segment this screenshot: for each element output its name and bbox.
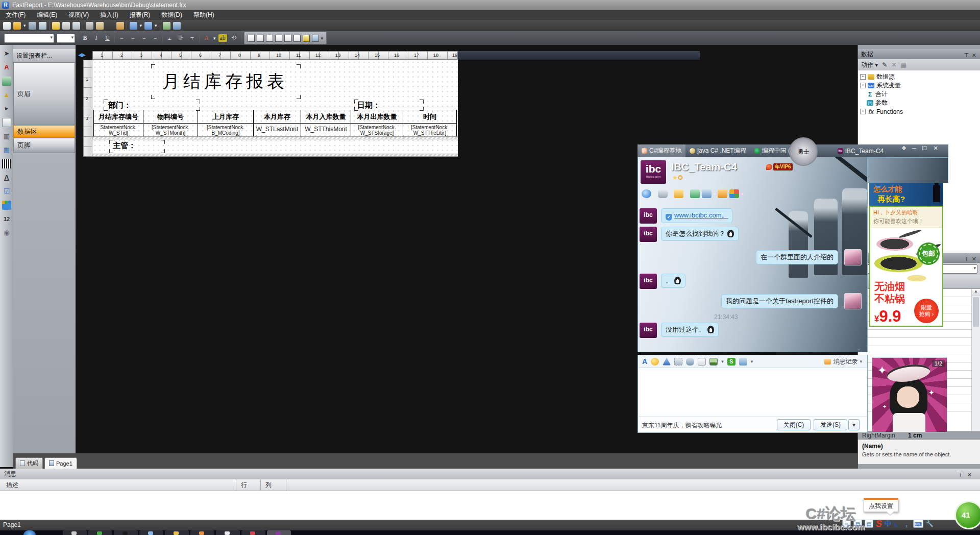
maximize-icon[interactable]: ☐: [920, 145, 929, 152]
format-painter-icon[interactable]: [116, 22, 124, 30]
create-session-icon[interactable]: [690, 189, 700, 198]
report-title-object[interactable]: 月结库存报表: [152, 65, 298, 98]
delete-page-icon[interactable]: [72, 22, 80, 30]
scroll-thumb[interactable]: [973, 297, 979, 327]
redo-dropdown-icon[interactable]: ▾: [155, 23, 157, 28]
magic-icon[interactable]: [663, 358, 671, 366]
ruler-pager-icon[interactable]: ◀▶: [78, 52, 85, 58]
video-dropdown-icon[interactable]: ▾: [653, 191, 656, 197]
band-data[interactable]: 数据区: [13, 125, 75, 138]
cellular-text-object-icon[interactable]: 12: [2, 214, 11, 224]
close-icon[interactable]: ✕: [931, 145, 940, 152]
italic-icon[interactable]: I: [92, 34, 101, 42]
barcode-object-icon[interactable]: [2, 159, 11, 168]
data-field-cell[interactable]: W_STLastMont: [253, 123, 301, 137]
redo-icon[interactable]: [144, 22, 152, 30]
align-center-icon[interactable]: ≡: [129, 34, 137, 42]
photo-pager[interactable]: 1/2: [932, 360, 945, 367]
tree-item-parameters[interactable]: [?] 参数: [858, 99, 980, 107]
flash-sale-badge[interactable]: 限量抢购 ›: [914, 299, 939, 323]
sousou-icon[interactable]: S: [727, 358, 736, 366]
member-photo[interactable]: ✦ ✦ ✦ 1/2: [872, 357, 947, 432]
voice-call-icon[interactable]: [658, 189, 668, 198]
tree-item-system-variables[interactable]: + var 系统变量: [858, 81, 980, 90]
border-left-icon[interactable]: [284, 35, 291, 42]
copy-icon[interactable]: [96, 22, 104, 30]
column-description[interactable]: 描述: [6, 481, 18, 490]
taskbar-app[interactable]: [190, 530, 214, 535]
apps-dropdown-icon[interactable]: ▾: [741, 191, 744, 197]
file-transfer-icon[interactable]: [674, 189, 683, 198]
checkbox-object-icon[interactable]: ☑: [2, 187, 11, 196]
pin-icon[interactable]: ⊤: [964, 254, 969, 264]
report-page[interactable]: 月结库存报表 部门： 日期： 月结库存编号 物料编号 上月库存 本月库存 本月入…: [92, 60, 458, 157]
toolbox-wrench-icon[interactable]: 🔧: [926, 520, 934, 527]
scroll-up-icon[interactable]: ▲: [972, 289, 980, 296]
tree-item-datasource[interactable]: + 数据源: [858, 72, 980, 81]
sogou-icon[interactable]: S: [876, 519, 882, 529]
picture-object-icon[interactable]: [2, 77, 11, 86]
ime-news-badge[interactable]: 41: [954, 501, 980, 529]
menu-data[interactable]: 数据(D): [156, 10, 188, 20]
column-header[interactable]: 月结库存编号: [93, 110, 143, 124]
font-icon[interactable]: A: [642, 357, 647, 366]
data-field-cell[interactable]: W_STThisMont: [301, 123, 351, 137]
group-name[interactable]: IBC_Team-C4: [671, 161, 737, 173]
ad-panel[interactable]: 怎么才能 再长高? HI，卜夕乂的哈呀 你可能喜欢这个哦！ 包邮 无: [869, 183, 943, 327]
department-label-object[interactable]: 部门：: [108, 101, 131, 110]
chat-message-list[interactable]: ibc ✔www.ibcibc.com。 ibc 你是怎么找到我的？ 在一个群里…: [638, 203, 868, 352]
group-logo[interactable]: ibc ibcibc.com: [641, 160, 666, 184]
expander-icon[interactable]: +: [860, 74, 866, 80]
screen-dropdown-icon[interactable]: ▾: [751, 359, 753, 364]
column-header[interactable]: 本月入库数量: [301, 110, 351, 124]
close-icon[interactable]: ✕: [972, 254, 976, 264]
border-right-icon[interactable]: [293, 35, 301, 42]
expander-icon[interactable]: +: [860, 83, 866, 88]
font-name-combo[interactable]: [4, 34, 54, 43]
taskbar-app[interactable]: [88, 530, 112, 535]
taskbar-app[interactable]: [114, 530, 138, 535]
highlight-icon[interactable]: ab: [218, 34, 227, 42]
text-color-icon[interactable]: A: [202, 34, 211, 42]
shape-object-icon[interactable]: ▲: [2, 90, 11, 100]
save-icon[interactable]: [29, 22, 36, 30]
align-justify-icon[interactable]: ≡: [151, 34, 160, 42]
start-button[interactable]: [23, 530, 36, 535]
taskbar-app[interactable]: [139, 530, 163, 535]
undo-icon[interactable]: [130, 22, 137, 30]
taskbar-app-active[interactable]: [267, 530, 291, 535]
image-dropdown-icon[interactable]: ▾: [721, 359, 724, 364]
audio-icon[interactable]: [686, 358, 694, 366]
subreport-object-icon[interactable]: [2, 118, 11, 127]
close-icon[interactable]: ✕: [972, 50, 976, 60]
remote-desktop-icon[interactable]: [702, 189, 712, 198]
undo-dropdown-icon[interactable]: ▾: [140, 23, 142, 28]
cut-icon[interactable]: [86, 22, 93, 30]
taskbar-app[interactable]: [165, 530, 189, 535]
menu-insert[interactable]: 插入(I): [94, 10, 124, 20]
data-field-cell[interactable]: [StatementNock.W_STStorage]: [351, 123, 403, 137]
fill-color-icon[interactable]: [303, 35, 310, 42]
expander-icon[interactable]: +: [860, 109, 866, 114]
minimize-icon[interactable]: ─: [910, 145, 919, 151]
pin-icon[interactable]: ⊤: [964, 50, 969, 60]
align-left-icon[interactable]: ≡: [117, 34, 126, 42]
delete-icon[interactable]: ✕: [891, 61, 896, 68]
data-field-cell[interactable]: [StatementNock.W_STMonth]: [143, 123, 198, 137]
collapse-chevron-icon[interactable]: ⌄: [856, 344, 862, 352]
column-header[interactable]: 本月库存: [253, 110, 301, 124]
ad-body[interactable]: HI，卜夕乂的哈呀 你可能喜欢这个哦！ 包邮 无油烟不粘锅 ¥9.9: [869, 206, 943, 327]
chat-tab-4[interactable]: ibc IBC_Team-C4: [834, 144, 888, 157]
rotate-text-icon[interactable]: ⟲: [230, 34, 238, 42]
note-icon[interactable]: [698, 358, 706, 366]
apps-icon[interactable]: [729, 189, 739, 198]
column-header[interactable]: 时间: [403, 110, 457, 124]
tree-item-totals[interactable]: Σ 合计: [858, 90, 980, 99]
ad-banner[interactable]: 怎么才能 再长高?: [869, 183, 943, 206]
skin-icon[interactable]: ❖: [899, 145, 909, 152]
preview-icon[interactable]: [39, 22, 46, 30]
paste-icon[interactable]: [106, 22, 114, 30]
group-icon[interactable]: [163, 22, 170, 30]
avatar[interactable]: ibc: [640, 274, 657, 289]
data-field-cell[interactable]: [StatementNock.W_STTheLibr]: [403, 123, 457, 137]
